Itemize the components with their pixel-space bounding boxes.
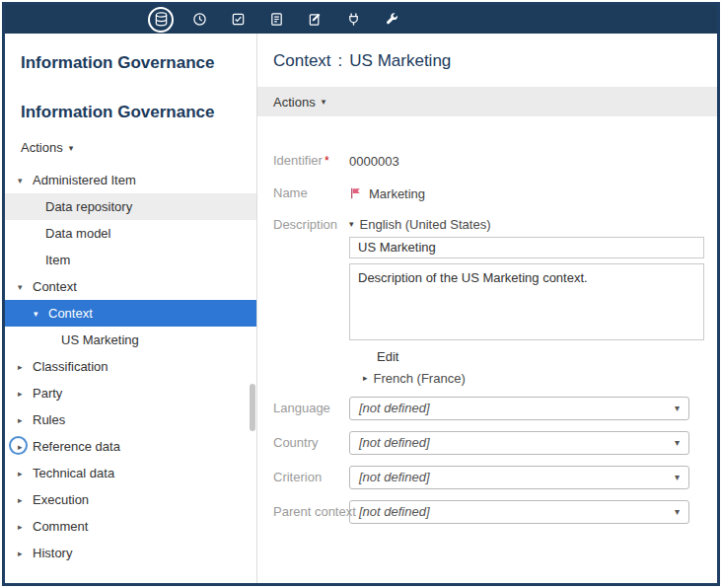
tree-item-administered-item[interactable]: ▾ Administered Item [5,167,256,193]
field-label: Name [273,184,349,203]
page-title-type: Context [273,51,331,70]
chevron-down-icon[interactable]: ▾ [34,309,48,319]
form-row-name: Name Marketing [273,183,701,204]
field-label: Description [273,215,349,235]
tree-item-label: Technical data [33,466,114,480]
chevron-right-icon[interactable]: ▸ [18,415,33,425]
field-label: Parent context [273,502,349,522]
sidebar: Information Governance Information Gover… [5,34,257,583]
tree-item-label: Comment [33,519,88,534]
chevron-right-icon[interactable]: ▸ [18,389,33,399]
language-dropdown[interactable]: [not defined] ▾ [349,397,689,420]
tree-item-label: Reference data [33,439,120,454]
name-value: Marketing [349,186,425,201]
tree-item-label: Item [45,253,70,267]
chevron-down-icon: ▾ [349,219,354,229]
plug-icon[interactable] [345,12,361,28]
database-icon[interactable] [153,12,169,28]
tree-item-context[interactable]: ▾ Context [5,273,256,300]
checkbox-icon[interactable] [230,12,246,28]
tree-item-label: Administered Item [33,173,136,187]
chevron-right-icon[interactable]: ▸ [18,495,33,505]
chevron-right-icon[interactable]: ▸ [18,522,33,532]
tree-item-label: US Marketing [61,332,139,347]
navigation-tree: ▾ Administered Item Data repository Data… [5,167,256,566]
field-label: Language [273,399,349,418]
chevron-down-icon: ▾ [675,403,680,413]
tree-item-label: Party [33,386,62,401]
identifier-value: 0000003 [349,154,399,169]
form-row-parent-context: Parent context [not defined] ▾ [273,500,701,524]
toolbar [5,5,717,34]
flag-icon [349,186,363,200]
tree-item-label: Rules [33,412,65,427]
locale-french-label: French (France) [374,371,466,386]
tree-item-comment[interactable]: ▸ Comment [5,513,256,540]
locale-english-toggle[interactable]: ▾ English (United States) [349,217,490,232]
field-label: Identifier* [273,151,349,171]
chevron-right-icon: ▸ [363,373,368,383]
tree-item-label: Execution [33,492,89,507]
chevron-down-icon[interactable]: ▾ [18,176,33,185]
main-actions-button[interactable]: Actions ▾ [257,87,717,116]
notes-icon[interactable] [268,12,284,28]
parent-context-dropdown[interactable]: [not defined] ▾ [349,500,689,524]
edit-link[interactable]: Edit [377,349,398,364]
criterion-dropdown[interactable]: [not defined] ▾ [349,466,689,489]
main-panel: Context:US Marketing Actions ▾ Identifie… [257,34,717,583]
country-dropdown[interactable]: [not defined] ▾ [349,431,689,455]
criterion-dropdown-value: [not defined] [359,470,430,484]
tree-item-execution[interactable]: ▸ Execution [5,486,256,513]
tree-item-label: Data model [45,226,110,241]
chevron-down-icon: ▾ [675,437,680,448]
tree-item-rules[interactable]: ▸ Rules [5,406,256,433]
tree-item-party[interactable]: ▸ Party [5,380,256,406]
tree-item-classification[interactable]: ▸ Classification [5,353,256,380]
chevron-right-icon[interactable]: ▸ [18,442,33,452]
tree-item-item[interactable]: Item [5,247,256,273]
form-row-country: Country [not defined] ▾ [273,431,701,455]
form-row-description: Description ▾ English (United States) De… [273,215,701,386]
page-title-object: US Marketing [349,51,451,70]
chevron-right-icon[interactable]: ▸ [18,362,33,372]
sidebar-scrollbar-thumb[interactable] [250,384,255,431]
tree-item-label: Classification [33,359,108,374]
tree-item-us-marketing[interactable]: US Marketing [5,327,256,353]
app-window: Information Governance Information Gover… [2,2,720,586]
tree-item-context-selected[interactable]: ▾ Context [5,300,256,327]
locale-english-label: English (United States) [360,217,491,232]
chevron-down-icon: ▾ [69,143,74,153]
chevron-right-icon[interactable]: ▸ [18,469,33,478]
chevron-down-icon: ▾ [675,472,680,482]
tree-item-technical-data[interactable]: ▸ Technical data [5,460,256,486]
main-actions-label: Actions [273,95,316,110]
tree-item-label: Data repository [45,199,132,214]
sidebar-actions-button[interactable]: Actions ▾ [21,140,73,155]
description-block: ▾ English (United States) Description of… [349,215,704,386]
tree-item-reference-data[interactable]: ▸ Reference data [5,433,256,460]
chevron-right-icon[interactable]: ▸ [18,549,33,558]
description-title-input[interactable] [349,237,704,258]
clock-icon[interactable] [191,12,207,28]
tree-item-label: History [33,546,72,560]
description-text-area[interactable]: Description of the US Marketing context. [349,263,704,340]
tree-item-history[interactable]: ▸ History [5,540,256,566]
panel-title: Information Governance [21,103,256,122]
required-marker: * [325,151,329,171]
wrench-icon[interactable] [384,12,399,28]
field-label: Country [273,433,349,453]
tree-item-data-model[interactable]: Data model [5,220,256,247]
edit-document-icon[interactable] [307,12,323,28]
tree-item-label: Context [33,279,77,294]
chevron-down-icon: ▾ [675,506,680,517]
app-title: Information Governance [21,53,256,73]
context-form: Identifier* 0000003 Name Marketing Descr… [257,116,717,524]
parent-context-dropdown-value: [not defined] [359,504,430,519]
country-dropdown-value: [not defined] [359,435,430,450]
page-title-separator: : [338,51,343,70]
tree-item-data-repository[interactable]: Data repository [5,193,256,220]
locale-french-toggle[interactable]: ▸ French (France) [363,371,704,386]
chevron-down-icon[interactable]: ▾ [18,282,33,292]
language-dropdown-value: [not defined] [359,401,430,415]
chevron-down-icon: ▾ [322,97,326,107]
